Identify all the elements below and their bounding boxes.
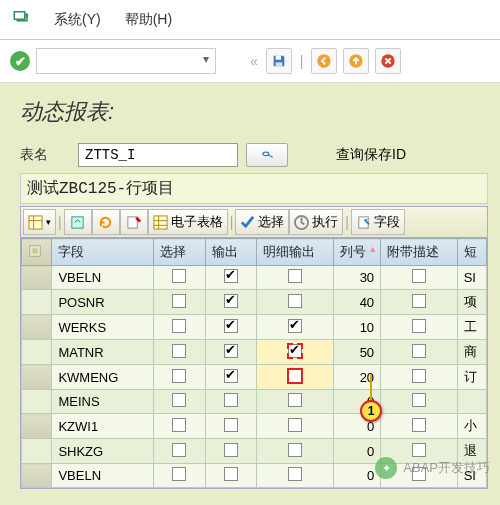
cell-desc[interactable] xyxy=(381,365,458,390)
row-selector-header[interactable] xyxy=(22,239,52,266)
cell-desc[interactable] xyxy=(381,290,458,315)
refresh-icon[interactable] xyxy=(92,209,120,235)
cell-output[interactable] xyxy=(205,365,257,390)
annotation-number: 1 xyxy=(360,400,382,422)
svg-point-3 xyxy=(318,54,331,67)
save-button[interactable] xyxy=(266,48,292,74)
search-help-button[interactable] xyxy=(246,143,288,167)
cell-desc[interactable] xyxy=(381,414,458,439)
row-selector[interactable] xyxy=(22,340,52,365)
col-desc[interactable]: 附带描述 xyxy=(381,239,458,266)
cell-desc[interactable] xyxy=(381,340,458,365)
command-field[interactable] xyxy=(36,48,216,74)
col-short[interactable]: 短 xyxy=(457,239,486,266)
row-selector[interactable] xyxy=(22,390,52,414)
cell-detail-output[interactable] xyxy=(257,340,334,365)
cell-select[interactable] xyxy=(153,390,205,414)
back-indicator: « xyxy=(250,53,258,69)
cell-output[interactable] xyxy=(205,464,257,488)
cell-field: KZWI1 xyxy=(52,414,153,439)
cell-detail-output[interactable] xyxy=(257,365,334,390)
row-selector[interactable] xyxy=(22,414,52,439)
cancel-button[interactable] xyxy=(375,48,401,74)
col-field[interactable]: 字段 xyxy=(52,239,153,266)
cell-seq: 10 xyxy=(333,315,380,340)
table-row: POSNR40项 xyxy=(22,290,487,315)
cell-output[interactable] xyxy=(205,266,257,290)
col-select[interactable]: 选择 xyxy=(153,239,205,266)
standard-toolbar: ✔ « | xyxy=(0,40,500,83)
cell-detail-output[interactable] xyxy=(257,439,334,464)
cell-desc[interactable] xyxy=(381,315,458,340)
cell-seq: 0 xyxy=(333,464,380,488)
table-row: VBELN30SI xyxy=(22,266,487,290)
cell-output[interactable] xyxy=(205,290,257,315)
cell-output[interactable] xyxy=(205,340,257,365)
cell-detail-output[interactable] xyxy=(257,266,334,290)
cell-select[interactable] xyxy=(153,266,205,290)
cell-detail-output[interactable] xyxy=(257,390,334,414)
cell-output[interactable] xyxy=(205,414,257,439)
cell-desc[interactable] xyxy=(381,266,458,290)
svg-rect-11 xyxy=(72,216,83,227)
delete-icon[interactable] xyxy=(120,209,148,235)
cell-short: 工 xyxy=(457,315,486,340)
cell-field: MATNR xyxy=(52,340,153,365)
menu-system[interactable]: 系统(Y) xyxy=(54,11,101,29)
export-icon[interactable] xyxy=(64,209,92,235)
cell-select[interactable] xyxy=(153,439,205,464)
cell-field: WERKS xyxy=(52,315,153,340)
spreadsheet-button[interactable]: 电子表格 xyxy=(148,209,228,235)
cell-detail-output[interactable] xyxy=(257,315,334,340)
exit-button[interactable] xyxy=(343,48,369,74)
cell-desc[interactable] xyxy=(381,390,458,414)
execute-button[interactable]: 执行 xyxy=(289,209,343,235)
col-output[interactable]: 输出 xyxy=(205,239,257,266)
svg-rect-13 xyxy=(154,215,167,228)
table-row: WERKS10工 xyxy=(22,315,487,340)
table-row: MEINS0 xyxy=(22,390,487,414)
cell-select[interactable] xyxy=(153,414,205,439)
svg-rect-8 xyxy=(29,215,42,228)
wechat-icon: ✦ xyxy=(375,457,397,479)
cell-select[interactable] xyxy=(153,315,205,340)
svg-rect-0 xyxy=(14,12,25,20)
cell-select[interactable] xyxy=(153,340,205,365)
svg-line-7 xyxy=(268,155,273,157)
cell-detail-output[interactable] xyxy=(257,414,334,439)
row-selector[interactable] xyxy=(22,266,52,290)
fields-button[interactable]: 字段 xyxy=(351,209,405,235)
row-selector[interactable] xyxy=(22,365,52,390)
cell-seq: 0 xyxy=(333,439,380,464)
cell-field: VBELN xyxy=(52,464,153,488)
row-selector[interactable] xyxy=(22,315,52,340)
content-area: 动态报表: 表名 查询保存ID 测试ZBC125-行项目 ▾ | 电子表格 | … xyxy=(0,83,500,505)
cell-select[interactable] xyxy=(153,464,205,488)
menu-help[interactable]: 帮助(H) xyxy=(125,11,172,29)
cell-select[interactable] xyxy=(153,290,205,315)
cell-detail-output[interactable] xyxy=(257,290,334,315)
row-selector[interactable] xyxy=(22,439,52,464)
menu-dropdown-icon[interactable] xyxy=(12,8,30,31)
svg-rect-20 xyxy=(32,248,37,253)
cell-output[interactable] xyxy=(205,439,257,464)
report-subtitle: 测试ZBC125-行项目 xyxy=(20,173,488,204)
watermark: ✦ ABAP开发技巧 xyxy=(375,457,490,479)
cell-field: SHKZG xyxy=(52,439,153,464)
svg-point-6 xyxy=(263,152,269,156)
cell-detail-output[interactable] xyxy=(257,464,334,488)
col-detail[interactable]: 明细输出 xyxy=(257,239,334,266)
cell-field: KWMENG xyxy=(52,365,153,390)
col-seq[interactable]: 列号▲ xyxy=(333,239,380,266)
layout-icon[interactable]: ▾ xyxy=(23,209,56,235)
enter-button[interactable]: ✔ xyxy=(10,51,30,71)
cell-output[interactable] xyxy=(205,315,257,340)
cell-output[interactable] xyxy=(205,390,257,414)
cell-select[interactable] xyxy=(153,365,205,390)
select-button[interactable]: 选择 xyxy=(235,209,289,235)
back-button[interactable] xyxy=(311,48,337,74)
cell-seq: 50 xyxy=(333,340,380,365)
row-selector[interactable] xyxy=(22,464,52,488)
row-selector[interactable] xyxy=(22,290,52,315)
table-name-input[interactable] xyxy=(78,143,238,167)
